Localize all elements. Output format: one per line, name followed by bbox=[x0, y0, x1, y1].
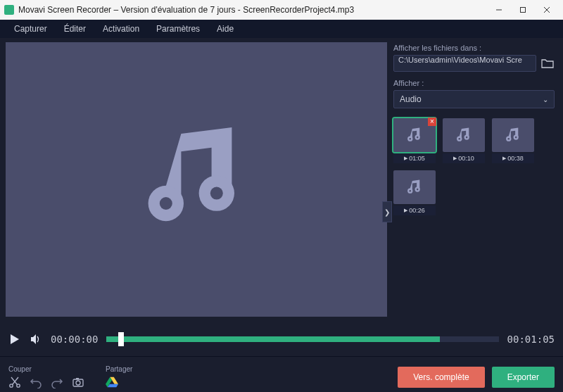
camera-icon[interactable] bbox=[72, 376, 84, 388]
minimize-button[interactable] bbox=[487, 0, 511, 20]
total-time: 00:01:05 bbox=[507, 334, 555, 345]
svg-rect-1 bbox=[521, 8, 526, 13]
thumbnail-item[interactable]: ▶00:10 bbox=[443, 118, 485, 163]
filter-value: Audio bbox=[400, 94, 422, 104]
svg-point-23 bbox=[417, 189, 419, 191]
progress-handle[interactable] bbox=[118, 332, 124, 346]
preview-canvas[interactable] bbox=[6, 42, 387, 317]
volume-button[interactable] bbox=[30, 333, 42, 346]
undo-icon[interactable] bbox=[30, 376, 42, 388]
thumbnail-item[interactable]: ▶00:38 bbox=[492, 118, 534, 163]
app-logo-icon bbox=[4, 5, 14, 15]
play-mini-icon: ▶ bbox=[404, 208, 407, 213]
thumbnail-duration: ▶01:05 bbox=[393, 153, 436, 163]
menu-activation[interactable]: Activation bbox=[94, 21, 148, 37]
thumbnail-preview bbox=[492, 118, 534, 152]
maximize-button[interactable] bbox=[511, 0, 535, 20]
thumbnail-item[interactable]: ×▶01:05 bbox=[393, 118, 436, 163]
chevron-down-icon: ⌄ bbox=[543, 96, 548, 103]
thumbnail-duration: ▶00:10 bbox=[443, 153, 485, 163]
filter-dropdown[interactable]: Audio ⌄ bbox=[393, 90, 555, 108]
svg-point-15 bbox=[466, 137, 468, 139]
play-mini-icon: ▶ bbox=[404, 156, 407, 161]
main-area: ❯ Afficher les fichiers dans : C:\Users\… bbox=[0, 38, 563, 322]
svg-line-29 bbox=[11, 377, 18, 385]
share-label: Partager bbox=[106, 365, 132, 373]
export-button[interactable]: Exporter bbox=[492, 367, 555, 388]
thumbnail-preview bbox=[393, 170, 436, 204]
play-mini-icon: ▶ bbox=[502, 156, 506, 161]
show-files-label: Afficher les fichiers dans : bbox=[393, 44, 555, 52]
thumbnail-duration: ▶00:38 bbox=[492, 153, 534, 163]
svg-point-14 bbox=[458, 138, 460, 140]
preview-panel: ❯ bbox=[0, 38, 391, 322]
svg-marker-25 bbox=[31, 334, 36, 344]
window-title: Movavi Screen Recorder – Version d'évalu… bbox=[18, 5, 487, 15]
google-drive-icon[interactable] bbox=[106, 376, 118, 388]
cut-label: Couper bbox=[8, 365, 84, 373]
menu-help[interactable]: Aide bbox=[208, 21, 242, 37]
scissors-icon[interactable] bbox=[8, 376, 21, 388]
svg-point-10 bbox=[409, 138, 411, 140]
menu-capture[interactable]: Capturer bbox=[6, 21, 56, 37]
svg-point-31 bbox=[76, 381, 80, 385]
svg-point-7 bbox=[210, 187, 223, 200]
side-panel: Afficher les fichiers dans : C:\Users\ad… bbox=[391, 38, 563, 322]
thumbnail-preview bbox=[443, 118, 485, 152]
thumbnail-duration: ▶00:26 bbox=[393, 206, 436, 215]
share-group: Partager bbox=[106, 365, 132, 388]
thumbnail-preview: × bbox=[393, 118, 436, 152]
browse-folder-button[interactable] bbox=[540, 56, 555, 70]
path-display[interactable]: C:\Users\admin\Videos\Movavi Scre bbox=[393, 55, 536, 72]
svg-line-28 bbox=[13, 377, 19, 385]
svg-point-11 bbox=[417, 137, 419, 139]
play-button[interactable] bbox=[8, 333, 21, 346]
window-titlebar: Movavi Screen Recorder – Version d'évalu… bbox=[0, 0, 563, 20]
music-note-icon bbox=[133, 115, 260, 244]
thumbnail-item[interactable]: ▶00:26 bbox=[393, 170, 436, 215]
full-version-button[interactable]: Vers. complète bbox=[398, 367, 484, 388]
thumbnail-grid: ×▶01:05▶00:10▶00:38▶00:26 bbox=[393, 118, 555, 215]
menubar: Capturer Éditer Activation Paramètres Ai… bbox=[0, 20, 563, 38]
panel-collapse-toggle[interactable]: ❯ bbox=[382, 201, 392, 222]
svg-marker-24 bbox=[11, 334, 19, 344]
menu-edit[interactable]: Éditer bbox=[56, 21, 94, 37]
progress-bar[interactable] bbox=[106, 329, 498, 350]
cut-group: Couper bbox=[8, 365, 84, 388]
svg-point-19 bbox=[515, 137, 517, 139]
bottom-toolbar: Couper Partager bbox=[0, 357, 563, 392]
play-mini-icon: ▶ bbox=[453, 156, 457, 161]
menu-settings[interactable]: Paramètres bbox=[148, 21, 208, 37]
show-filter-label: Afficher : bbox=[393, 79, 555, 87]
thumbnail-delete-button[interactable]: × bbox=[428, 118, 436, 126]
svg-point-22 bbox=[409, 190, 411, 192]
close-button[interactable] bbox=[535, 0, 559, 20]
playback-bar: 00:00:00 00:01:05 bbox=[0, 322, 563, 357]
current-time: 00:00:00 bbox=[51, 334, 98, 345]
svg-point-18 bbox=[507, 138, 510, 140]
svg-point-6 bbox=[160, 197, 172, 210]
svg-rect-32 bbox=[76, 378, 79, 379]
redo-icon[interactable] bbox=[51, 376, 63, 388]
